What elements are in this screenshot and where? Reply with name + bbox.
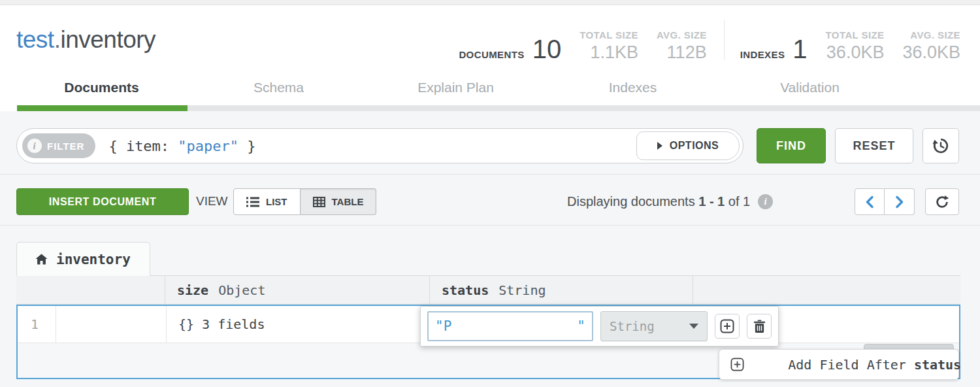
column-name-size: size	[177, 282, 208, 298]
filter-toolbar-divider	[0, 174, 980, 175]
filter-badge-label: FILTER	[47, 141, 84, 152]
table-button-label: TABLE	[332, 196, 364, 207]
compass-collection-view: test.inventory DOCUMENTS 10 TOTAL SIZE 1…	[0, 0, 980, 387]
filter-query-text: { item: "paper" }	[108, 138, 255, 154]
documents-label: DOCUMENTS	[459, 49, 524, 60]
previous-page-button[interactable]	[855, 188, 885, 215]
options-expand-icon	[657, 142, 662, 150]
history-icon	[932, 137, 949, 154]
view-label: VIEW	[196, 194, 228, 209]
indexes-avg-size-label: AVG. SIZE	[910, 29, 960, 41]
query-filter-input[interactable]: i FILTER { item: "paper" } OPTIONS	[16, 128, 743, 163]
add-field-after-text: Add Field After status	[788, 357, 961, 373]
list-view-icon	[246, 197, 259, 207]
add-field-after-menu-item[interactable]: Add Field After status	[719, 349, 959, 380]
value-input[interactable]: "P "	[427, 311, 593, 341]
add-field-target-name: status	[914, 357, 961, 373]
options-button-label: OPTIONS	[670, 140, 719, 152]
query-history-button[interactable]	[923, 128, 959, 163]
indexes-count: 1	[792, 39, 807, 60]
active-tab-underline	[17, 105, 188, 111]
query-string-value: "paper"	[178, 138, 238, 154]
view-list-button[interactable]: LIST	[233, 188, 301, 215]
next-page-button[interactable]	[885, 188, 915, 215]
query-suffix: }	[238, 138, 256, 154]
collection-tabs: Documents Schema Explain Plan Indexes Va…	[13, 73, 898, 102]
documents-stat: DOCUMENTS 10	[459, 39, 561, 60]
type-select-value: String	[610, 319, 655, 333]
collection-stats: DOCUMENTS 10 TOTAL SIZE 1.1KB AVG. SIZE …	[459, 20, 960, 60]
chevron-right-icon	[895, 195, 904, 209]
tab-documents[interactable]: Documents	[13, 73, 190, 102]
collection-name: inventory	[60, 26, 155, 53]
documents-total-size-value: 1.1KB	[590, 44, 638, 60]
stats-divider	[724, 20, 725, 60]
window-top-strip	[0, 0, 980, 5]
refresh-icon	[935, 195, 949, 209]
header-cell-blank-left	[16, 276, 165, 304]
list-button-label: LIST	[266, 196, 287, 207]
documents-total-size-stat: TOTAL SIZE 1.1KB	[580, 29, 638, 60]
home-icon	[35, 254, 48, 265]
header-cell-size[interactable]: size Object	[165, 276, 430, 304]
pagination-controls	[855, 188, 915, 215]
displaying-prefix: Displaying documents	[567, 194, 698, 209]
documents-total-size-label: TOTAL SIZE	[580, 29, 638, 41]
filter-info-icon: i	[27, 139, 42, 153]
plus-square-icon	[730, 326, 777, 387]
tab-explain-plan[interactable]: Explain Plan	[367, 73, 544, 102]
insert-document-button[interactable]: INSERT DOCUMENT	[16, 188, 189, 215]
toolbar-content-divider	[0, 225, 980, 226]
breadcrumb-collection-label: inventory	[56, 252, 131, 267]
table-view-icon	[313, 197, 325, 207]
breadcrumb[interactable]: inventory	[16, 242, 150, 276]
documents-avg-size-stat: AVG. SIZE 112B	[657, 29, 707, 60]
indexes-stat: INDEXES 1	[740, 39, 808, 60]
row-number-cell: 1	[18, 306, 56, 343]
refresh-documents-button[interactable]	[925, 188, 959, 215]
namespace-title: test.inventory	[16, 26, 155, 54]
indexes-label: INDEXES	[740, 49, 785, 60]
indexes-avg-size-stat: AVG. SIZE 36.0KB	[902, 29, 960, 60]
table-header-row: size Object status String	[16, 275, 960, 305]
options-button[interactable]: OPTIONS	[636, 131, 740, 160]
row-cell-size[interactable]: {} 3 fields	[167, 306, 431, 343]
documents-count: 10	[532, 39, 562, 60]
displaying-range: 1 - 1	[698, 194, 725, 209]
query-prefix: { item:	[108, 138, 178, 154]
indexes-total-size-label: TOTAL SIZE	[826, 29, 885, 41]
value-closing-quote: "	[577, 318, 585, 334]
displaying-suffix: of 1	[725, 194, 750, 209]
header-cell-blank-right	[693, 276, 960, 304]
indexes-avg-size-value: 36.0KB	[902, 44, 960, 60]
add-field-action-text: Add Field After	[788, 357, 914, 373]
cell-editor-panel: "P " String	[420, 306, 779, 346]
displaying-documents-status: Displaying documents 1 - 1 of 1 i	[567, 188, 773, 215]
value-input-text: "P	[435, 318, 451, 334]
indexes-total-size-value: 36.0KB	[826, 44, 885, 60]
documents-avg-size-label: AVG. SIZE	[657, 29, 707, 41]
indexes-total-size-stat: TOTAL SIZE 36.0KB	[826, 29, 885, 60]
database-name: test	[16, 26, 54, 53]
row-cell-blank[interactable]	[56, 306, 167, 343]
column-type-size: Object	[218, 282, 265, 298]
filter-badge: i FILTER	[22, 133, 95, 158]
namespace-separator: .	[54, 26, 61, 53]
tab-indexes[interactable]: Indexes	[544, 73, 721, 102]
tab-validation[interactable]: Validation	[721, 73, 898, 102]
type-select[interactable]: String	[600, 311, 708, 341]
tab-schema[interactable]: Schema	[190, 73, 367, 102]
tab-underline-track	[188, 105, 980, 111]
view-switcher: LIST TABLE	[233, 188, 376, 215]
view-table-button[interactable]: TABLE	[301, 188, 377, 215]
reset-button[interactable]: RESET	[835, 128, 913, 163]
displaying-info-icon[interactable]: i	[758, 194, 773, 209]
header-cell-status[interactable]: status String	[430, 276, 693, 304]
column-type-status: String	[498, 282, 546, 298]
column-name-status: status	[442, 282, 489, 298]
find-button[interactable]: FIND	[757, 128, 826, 163]
chevron-down-icon	[689, 324, 698, 329]
chevron-left-icon	[865, 195, 874, 209]
documents-avg-size-value: 112B	[667, 44, 707, 60]
